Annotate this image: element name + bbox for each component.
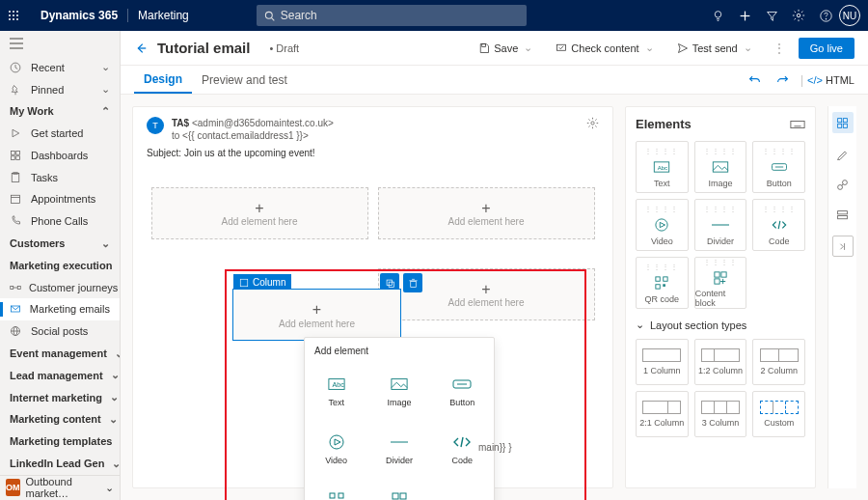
svg-point-6 [9,18,11,20]
popup-item-divider[interactable]: Divider [367,420,430,478]
area-switcher[interactable]: OM Outbound market… ⌄ [0,475,120,500]
subject-row[interactable]: Subject: Join us at the upcoming event! [147,148,599,158]
nav-tasks[interactable]: Tasks [0,166,120,188]
nav-dashboards[interactable]: Dashboards [0,145,120,167]
rail-layers-icon[interactable] [832,205,854,226]
nav-recent[interactable]: Recent⌄ [0,56,120,78]
filter-icon[interactable] [758,2,785,29]
text-icon: Abc [653,159,670,175]
nav-group-content[interactable]: Marketing content⌄ [0,408,120,431]
save-button[interactable]: Save⌄ [473,42,540,54]
toolbox-divider[interactable]: ⋮⋮⋮⋮Divider [694,199,747,251]
popup-item-image[interactable]: Image [367,362,430,420]
block-icon [714,270,727,285]
layout-12col[interactable]: 1:2 Column [694,339,747,385]
redo-icon[interactable] [769,73,797,86]
layout-section-header[interactable]: ⌄Layout section types [636,319,805,331]
undo-icon[interactable] [741,73,769,86]
svg-marker-44 [678,43,687,52]
nav-group-marketing-exec[interactable]: Marketing execution⌃ [0,254,120,276]
popup-item-video[interactable]: Video [305,420,367,478]
chevron-down-icon[interactable]: ⌄ [522,42,534,54]
toolbox-content-block[interactable]: ⋮⋮⋮⋮Content block [694,257,747,309]
popup-item-qrcode[interactable]: QR code [305,478,367,500]
crop-fragment: main}} } [478,442,511,453]
rail-styles-icon[interactable] [832,143,854,164]
block-icon [388,490,411,500]
toolbox-text[interactable]: ⋮⋮⋮⋮AbcText [636,141,689,193]
nav-group-customers[interactable]: Customers⌄ [0,233,120,255]
plus-icon: + [312,301,321,319]
nav-phone-calls[interactable]: Phone Calls [0,210,120,233]
rail-link-icon[interactable] [832,174,854,195]
nav-customer-journeys[interactable]: Customer journeys [0,276,120,298]
popup-item-text[interactable]: AbcText [305,362,367,420]
app-launcher-icon[interactable] [8,10,31,21]
nav-marketing-emails[interactable]: Marketing emails [0,298,120,320]
layout-custom[interactable]: Custom [752,391,805,437]
toolbox-code[interactable]: ⋮⋮⋮⋮Code [752,199,805,251]
search-placeholder: Search [281,9,317,22]
rail-elements-icon[interactable] [832,112,854,133]
canvas-settings-icon[interactable] [586,117,599,129]
lightbulb-icon[interactable] [704,2,731,29]
nav-group-event[interactable]: Event management⌄ [0,343,120,365]
layout-3col[interactable]: 3 Column [694,391,747,437]
layout-21col[interactable]: 2:1 Column [636,391,689,437]
selected-dropzone[interactable]: +Add element here [232,289,401,341]
nav-appointments[interactable]: Appointments [0,188,120,210]
nav-group-templates[interactable]: Marketing templates⌄ [0,431,120,453]
delete-icon[interactable] [403,273,422,292]
grid-icon [10,150,23,161]
popup-item-button[interactable]: Button [431,362,494,420]
site-nav: Recent⌄ Pinned⌄ My Work⌃ Get started Das… [0,31,121,500]
nav-social-posts[interactable]: Social posts [0,320,120,343]
layout-1col[interactable]: 1 Column [636,339,689,385]
chevron-down-icon[interactable]: ⌄ [742,42,754,54]
clock-icon [10,62,23,73]
toolbox-image[interactable]: ⋮⋮⋮⋮Image [694,141,747,193]
dropzone[interactable]: +Add element here [151,187,368,239]
go-live-button[interactable]: Go live [799,38,854,59]
area-label: Outbound market… [26,476,100,499]
check-content-button[interactable]: Check content⌄ [550,42,661,54]
svg-rect-43 [557,44,566,50]
more-icon[interactable]: ⋮ [770,42,789,55]
nav-group-internet[interactable]: Internet marketing⌄ [0,386,120,408]
rail-collapse-icon[interactable] [832,236,854,257]
test-send-button[interactable]: Test send⌄ [671,42,760,54]
nav-group-lead[interactable]: Lead management⌄ [0,364,120,386]
tab-design[interactable]: Design [134,66,192,94]
product-label[interactable]: Marketing [127,9,199,22]
toolbox-video[interactable]: ⋮⋮⋮⋮Video [636,199,689,251]
nav-group-mywork[interactable]: My Work⌃ [0,100,120,123]
brand-label[interactable]: Dynamics 365 [31,9,127,22]
global-nav: Dynamics 365 Marketing Search NU [0,0,868,31]
chevron-down-icon[interactable]: ⌄ [643,42,656,54]
help-icon[interactable] [812,2,839,29]
svg-point-2 [16,11,18,13]
plus-icon[interactable] [731,2,758,29]
toolbox-qrcode[interactable]: ⋮⋮⋮⋮QR code [636,257,689,309]
nav-pinned[interactable]: Pinned⌄ [0,78,120,100]
nav-group-linkedin[interactable]: LinkedIn Lead Gen⌄ [0,453,120,475]
svg-rect-46 [240,279,248,287]
user-avatar[interactable]: NU [839,5,860,26]
svg-rect-79 [713,161,727,171]
tab-preview[interactable]: Preview and test [192,66,297,94]
global-search[interactable]: Search [257,5,527,26]
svg-text:Abc: Abc [658,164,667,170]
html-toggle[interactable]: </> HTML [807,74,854,86]
calendar-icon [10,193,23,205]
popup-item-content-block[interactable]: Content block [367,478,430,500]
svg-rect-62 [339,493,343,498]
nav-collapse-icon[interactable] [0,31,120,56]
settings-icon[interactable] [785,2,812,29]
dropzone[interactable]: +Add element here [378,187,595,239]
back-icon[interactable] [134,42,148,55]
layout-2col[interactable]: 2 Column [752,339,805,385]
keyboard-icon[interactable] [790,120,805,129]
toolbox-button[interactable]: ⋮⋮⋮⋮Button [752,141,805,193]
nav-get-started[interactable]: Get started [0,123,120,145]
popup-title: Add element [305,346,494,362]
